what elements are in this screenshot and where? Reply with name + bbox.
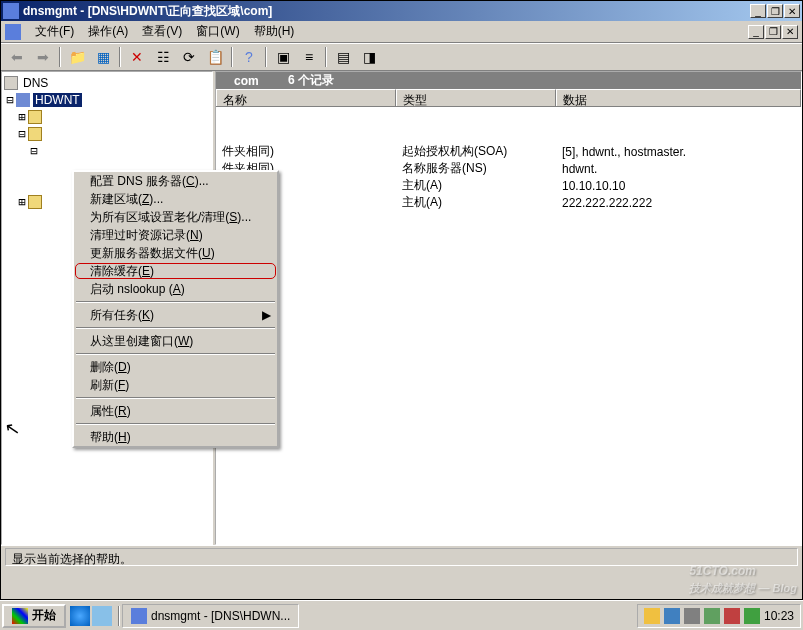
context-menu: 配置 DNS 服务器(C)...新建区域(Z)...为所有区域设置老化/清理(S… xyxy=(72,170,279,448)
menu-item[interactable]: 为所有区域设置老化/清理(S)... xyxy=(74,208,277,226)
minimize-button[interactable]: _ xyxy=(750,4,766,18)
menu-item[interactable]: 刷新(F) xyxy=(74,376,277,394)
ie-icon[interactable] xyxy=(70,606,90,626)
desktop-icon[interactable] xyxy=(92,606,112,626)
titlebar[interactable]: dnsmgmt - [DNS\HDWNT\正向查找区域\com] _ ❐ ✕ xyxy=(1,1,802,21)
menu-window[interactable]: 窗口(W) xyxy=(190,21,245,42)
properties-icon[interactable]: ☷ xyxy=(151,46,175,68)
volume-icon[interactable] xyxy=(684,608,700,624)
toolbar: ⬅ ➡ 📁 ▦ ✕ ☷ ⟳ 📋 ? ▣ ≡ ▤ ◨ xyxy=(1,43,802,71)
main-area: DNS ⊟ HDWNT ⊞ ⊟ ⊟ ⊞ xyxy=(1,71,802,545)
mdi-restore-button[interactable]: ❐ xyxy=(765,25,781,39)
display-icon[interactable] xyxy=(664,608,680,624)
folder-icon xyxy=(28,110,42,124)
list-body[interactable]: 件夹相同)起始授权机构(SOA)[5], hdwnt., hostmaster.… xyxy=(216,107,801,544)
tree-server[interactable]: ⊟ HDWNT xyxy=(4,91,210,108)
start-button[interactable]: 开始 xyxy=(2,604,66,628)
forward-icon[interactable]: ➡ xyxy=(31,46,55,68)
list-row[interactable]: 主机(A)222.222.222.222 xyxy=(216,194,801,211)
systray: 10:23 xyxy=(637,604,801,628)
up-icon[interactable]: 📁 xyxy=(65,46,89,68)
window-title: dnsmgmt - [DNS\HDWNT\正向查找区域\com] xyxy=(23,3,750,20)
folder-icon xyxy=(28,195,42,209)
menu-item[interactable]: 新建区域(Z)... xyxy=(74,190,277,208)
col-data[interactable]: 数据 xyxy=(556,89,801,106)
task-button[interactable]: dnsmgmt - [DNS\HDWN... xyxy=(122,604,299,628)
quick-launch xyxy=(70,606,112,626)
path-bar: com 6 个记录 xyxy=(216,72,801,89)
refresh-icon[interactable]: ⟳ xyxy=(177,46,201,68)
menu-view[interactable]: 查看(V) xyxy=(136,21,188,42)
menu-help[interactable]: 帮助(H) xyxy=(248,21,301,42)
show-hide-icon[interactable]: ▦ xyxy=(91,46,115,68)
expand-icon[interactable]: ⊟ xyxy=(16,127,28,141)
folder-icon xyxy=(28,127,42,141)
list-header: 名称 类型 数据 xyxy=(216,89,801,107)
list-row[interactable]: 件夹相同)起始授权机构(SOA)[5], hdwnt., hostmaster. xyxy=(216,143,801,160)
menu-item[interactable]: 所有任务(K)▶ xyxy=(74,306,277,324)
menu-item[interactable]: 清理过时资源记录(N) xyxy=(74,226,277,244)
tree-item[interactable]: ⊟ xyxy=(4,125,210,142)
mdi-close-button[interactable]: ✕ xyxy=(782,25,798,39)
ime-icon[interactable] xyxy=(724,608,740,624)
content-pane: com 6 个记录 名称 类型 数据 件夹相同)起始授权机构(SOA)[5], … xyxy=(215,71,802,545)
shield-icon[interactable] xyxy=(644,608,660,624)
export-icon[interactable]: 📋 xyxy=(203,46,227,68)
filter-icon[interactable]: ▤ xyxy=(331,46,355,68)
msn-icon[interactable] xyxy=(744,608,760,624)
tree-icon[interactable]: ◨ xyxy=(357,46,381,68)
menu-action[interactable]: 操作(A) xyxy=(82,21,134,42)
network-icon[interactable] xyxy=(704,608,720,624)
col-name[interactable]: 名称 xyxy=(216,89,396,106)
dns-icon xyxy=(4,76,18,90)
menu-file[interactable]: 文件(F) xyxy=(29,21,80,42)
menu-item[interactable]: 配置 DNS 服务器(C)... xyxy=(74,172,277,190)
list-icon[interactable]: ≡ xyxy=(297,46,321,68)
expand-icon[interactable]: ⊞ xyxy=(16,110,28,124)
menu-item[interactable]: 属性(R) xyxy=(74,402,277,420)
main-window: dnsmgmt - [DNS\HDWNT\正向查找区域\com] _ ❐ ✕ 文… xyxy=(0,0,803,600)
mdi-minimize-button[interactable]: _ xyxy=(748,25,764,39)
tree-item[interactable]: ⊟ xyxy=(4,142,210,159)
menu-item[interactable]: 删除(D) xyxy=(74,358,277,376)
menu-item[interactable]: 更新服务器数据文件(U) xyxy=(74,244,277,262)
zone-name: com xyxy=(216,74,288,88)
taskbar: 开始 dnsmgmt - [DNS\HDWN... 10:23 xyxy=(0,600,803,630)
status-text: 显示当前选择的帮助。 xyxy=(5,548,798,566)
clock[interactable]: 10:23 xyxy=(764,609,794,623)
server-icon xyxy=(16,93,30,107)
menu-item[interactable]: 帮助(H) xyxy=(74,428,277,446)
list-row[interactable]: 主机(A)10.10.10.10 xyxy=(216,177,801,194)
menubar: 文件(F) 操作(A) 查看(V) 窗口(W) 帮助(H) _ ❐ ✕ xyxy=(1,21,802,43)
expand-icon[interactable]: ⊞ xyxy=(16,195,28,209)
tree-item[interactable]: ⊞ xyxy=(4,108,210,125)
menu-item[interactable]: 从这里创建窗口(W) xyxy=(74,332,277,350)
app-icon xyxy=(131,608,147,624)
help-icon[interactable]: ? xyxy=(237,46,261,68)
col-type[interactable]: 类型 xyxy=(396,89,556,106)
app-icon xyxy=(3,3,19,19)
record-count: 6 个记录 xyxy=(288,72,334,89)
tree-root[interactable]: DNS xyxy=(4,74,210,91)
stop-icon[interactable]: ▣ xyxy=(271,46,295,68)
menu-item[interactable]: 清除缓存(E) xyxy=(74,262,277,280)
back-icon[interactable]: ⬅ xyxy=(5,46,29,68)
delete-icon[interactable]: ✕ xyxy=(125,46,149,68)
windows-flag-icon xyxy=(12,608,28,624)
close-button[interactable]: ✕ xyxy=(784,4,800,18)
expand-icon[interactable]: ⊟ xyxy=(28,144,40,158)
statusbar: 显示当前选择的帮助。 xyxy=(1,545,802,567)
mmc-icon xyxy=(5,24,21,40)
maximize-button[interactable]: ❐ xyxy=(767,4,783,18)
expand-icon[interactable]: ⊟ xyxy=(4,93,16,107)
menu-item[interactable]: 启动 nslookup (A) xyxy=(74,280,277,298)
list-row[interactable]: 件夹相同)名称服务器(NS)hdwnt. xyxy=(216,160,801,177)
